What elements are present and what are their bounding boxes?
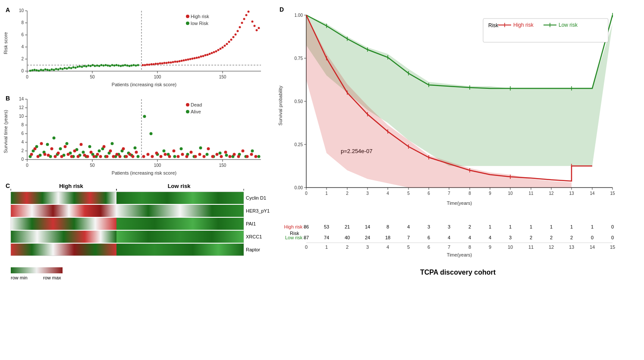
tick-a-y4: 4 <box>21 44 24 49</box>
svg-point-218 <box>132 155 135 158</box>
svg-point-206 <box>93 155 96 158</box>
lr-val-12: 2 <box>550 235 553 240</box>
svg-point-228 <box>177 155 180 158</box>
legend-low-risk-d: Low risk <box>559 22 578 28</box>
svg-point-178 <box>206 153 209 156</box>
svg-point-25 <box>53 69 55 71</box>
svg-point-65 <box>142 64 144 66</box>
hr-val-13: 1 <box>570 224 573 229</box>
svg-point-98 <box>213 51 215 53</box>
lr-val-1: 74 <box>324 235 329 240</box>
svg-point-155 <box>98 150 101 153</box>
heatmap-row-cyclin-d1: Cyclin D1 <box>11 192 266 204</box>
svg-point-61 <box>131 65 133 67</box>
panel-d: D Survival probability 0.00 0.25 0.50 0.… <box>276 2 640 213</box>
svg-point-246 <box>254 155 258 158</box>
tick-a-y8: 8 <box>21 20 24 25</box>
svg-point-77 <box>168 62 170 64</box>
svg-point-79 <box>172 61 174 63</box>
legend-risk-title: Risk <box>488 22 499 28</box>
legend-row-min: row min <box>11 275 28 280</box>
svg-point-37 <box>79 66 81 68</box>
legend-alive-label: Alive <box>191 109 201 114</box>
tick-d-x2: 2 <box>346 191 349 196</box>
svg-point-43 <box>92 64 94 66</box>
svg-point-92 <box>200 56 202 58</box>
svg-point-51 <box>109 65 111 67</box>
svg-point-17 <box>36 69 38 72</box>
svg-rect-255 <box>116 218 244 230</box>
tick-d-x3: 3 <box>366 191 369 196</box>
svg-point-235 <box>207 147 210 150</box>
svg-point-104 <box>226 43 228 45</box>
tick-b-y6: 6 <box>21 131 24 136</box>
gene-label-2: PAI1 <box>246 221 256 226</box>
svg-point-221 <box>147 153 150 156</box>
svg-point-167 <box>137 155 140 158</box>
svg-point-152 <box>88 145 91 148</box>
svg-point-180 <box>219 152 222 155</box>
svg-point-49 <box>105 64 107 66</box>
svg-rect-251 <box>116 192 244 204</box>
hr-val-7: 3 <box>448 224 450 229</box>
tick-d-x5: 5 <box>407 191 410 196</box>
tick-a-y6: 6 <box>21 32 24 37</box>
svg-rect-250 <box>11 192 116 204</box>
rt-tick-3: 3 <box>366 244 369 250</box>
tick-d-x9: 9 <box>489 191 491 196</box>
svg-point-97 <box>211 52 213 54</box>
tcpa-label: TCPA discovery cohort <box>420 269 496 276</box>
hr-val-0: 86 <box>304 224 309 229</box>
svg-point-242 <box>237 155 240 158</box>
svg-point-205 <box>90 151 93 154</box>
svg-point-103 <box>224 45 226 47</box>
svg-point-55 <box>118 65 120 67</box>
rt-tick-11: 11 <box>528 244 534 250</box>
svg-point-54 <box>116 64 118 66</box>
svg-point-197 <box>64 145 67 148</box>
svg-point-71 <box>155 63 157 65</box>
svg-point-21 <box>44 69 47 71</box>
legend-alive-dot <box>186 110 189 113</box>
svg-point-219 <box>135 151 138 154</box>
svg-point-38 <box>81 66 83 68</box>
svg-point-99 <box>215 50 217 53</box>
tick-d-x4: 4 <box>386 191 389 196</box>
svg-point-32 <box>68 67 70 69</box>
rt-tick-14: 14 <box>590 244 595 250</box>
svg-point-19 <box>40 69 42 71</box>
svg-point-216 <box>125 155 128 158</box>
tick-a-y2: 2 <box>21 56 24 61</box>
panel-c: C High risk Low risk Cycl <box>2 181 270 356</box>
svg-point-80 <box>174 61 176 63</box>
panel-a-xaxis-label: Patients (increasing risk score) <box>112 82 176 87</box>
svg-rect-258 <box>11 244 116 256</box>
svg-point-115 <box>251 21 254 23</box>
heatmap-row-pai1: PAI1 <box>11 218 256 230</box>
svg-point-231 <box>190 151 193 154</box>
tick-a-x50: 50 <box>90 75 95 79</box>
rt-tick-1: 1 <box>325 244 328 250</box>
tick-a-y10: 10 <box>19 8 24 13</box>
svg-point-30 <box>64 67 66 69</box>
lr-val-2: 40 <box>345 235 350 240</box>
svg-point-208 <box>99 155 102 158</box>
svg-point-224 <box>160 155 163 158</box>
panel-d-label: D <box>280 6 284 13</box>
svg-point-207 <box>96 153 99 156</box>
svg-point-191 <box>44 153 47 156</box>
svg-rect-256 <box>11 231 116 243</box>
svg-rect-303 <box>483 19 608 42</box>
svg-point-18 <box>38 70 40 72</box>
svg-point-118 <box>258 27 260 29</box>
svg-point-232 <box>194 155 197 158</box>
svg-point-166 <box>134 147 137 150</box>
svg-point-186 <box>258 155 261 158</box>
hr-val-5: 4 <box>407 224 410 229</box>
svg-point-203 <box>83 154 86 157</box>
svg-point-28 <box>60 68 62 70</box>
tick-d-x10: 10 <box>508 191 513 196</box>
tick-d-x12: 12 <box>549 191 554 196</box>
tick-a-x100: 100 <box>154 75 161 79</box>
svg-point-70 <box>153 63 155 66</box>
